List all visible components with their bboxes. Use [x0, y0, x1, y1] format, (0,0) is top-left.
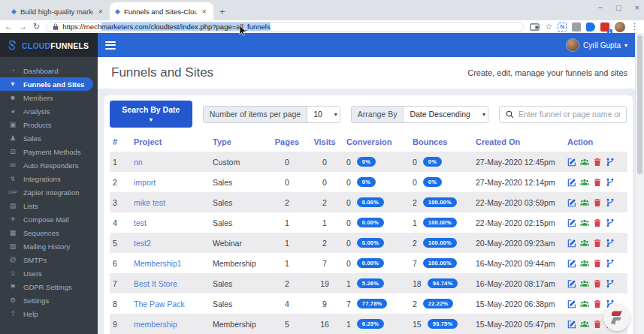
- items-per-page-label: Number of items per page: [204, 107, 307, 122]
- project-link[interactable]: Best It Store: [134, 279, 177, 288]
- search-icon: [506, 110, 514, 119]
- sidebar-item-sales[interactable]: ♟Sales: [0, 131, 98, 145]
- extension-blue-icon[interactable]: [586, 23, 595, 32]
- branch-icon[interactable]: [606, 218, 615, 227]
- members-icon[interactable]: [580, 158, 589, 167]
- branch-icon[interactable]: [606, 259, 615, 268]
- delete-icon[interactable]: [593, 198, 602, 207]
- sidebar-item-zapier-integration[interactable]: ZAPZapier Integration: [0, 185, 98, 199]
- project-type: Sales: [210, 293, 268, 314]
- edit-icon[interactable]: [567, 259, 576, 268]
- url-field[interactable]: https://mechmarketers.com/cloudtest/inde…: [46, 22, 524, 32]
- edit-icon[interactable]: [567, 158, 576, 167]
- back-icon[interactable]: ←: [5, 23, 13, 31]
- project-link[interactable]: membership: [134, 320, 177, 329]
- close-tab-icon[interactable]: ×: [97, 7, 104, 16]
- table-row: 8The Paw PackSales49777.78%222.22%15-May…: [110, 293, 627, 314]
- column-header-bounces: Bounces: [410, 133, 473, 152]
- extension-red-icon[interactable]: 1: [600, 23, 609, 32]
- browser-profile-avatar[interactable]: [615, 22, 625, 32]
- branch-icon[interactable]: [606, 198, 615, 207]
- edit-icon[interactable]: [567, 178, 576, 187]
- sidebar-item-mailing-history[interactable]: ▧Mailing History: [0, 239, 98, 253]
- edit-icon[interactable]: [567, 279, 576, 288]
- pie-chart-icon: ◕: [8, 107, 17, 115]
- sidebar-item-integrations[interactable]: ↯Integrations: [0, 172, 98, 185]
- cast-icon[interactable]: [530, 23, 540, 31]
- sidebar-item-analysis[interactable]: ◕Analysis: [0, 104, 98, 118]
- members-icon[interactable]: [580, 279, 589, 288]
- delete-icon[interactable]: [593, 178, 602, 187]
- extension-gray-icon[interactable]: [572, 23, 581, 32]
- page-scrollbar[interactable]: [635, 33, 644, 334]
- sidebar-item-payment-methods[interactable]: ⊟Payment Methods: [0, 145, 98, 158]
- forward-icon[interactable]: →: [19, 23, 27, 31]
- new-tab-button[interactable]: +: [219, 6, 225, 17]
- delete-icon[interactable]: [593, 299, 602, 308]
- project-link[interactable]: test2: [134, 239, 151, 248]
- branch-icon[interactable]: [606, 158, 615, 167]
- sidebar-item-gdpr-settings[interactable]: ⚑GDPR Settings: [0, 280, 98, 293]
- arrange-by-select[interactable]: Date Descending▾: [404, 107, 488, 122]
- sidebar-item-products[interactable]: ▣Products: [0, 118, 98, 131]
- delete-icon[interactable]: [593, 239, 602, 248]
- conversion-badge: 6.25%: [357, 319, 384, 329]
- branch-icon[interactable]: [606, 178, 615, 187]
- sidebar-item-help[interactable]: ?Help: [0, 307, 98, 320]
- delete-icon[interactable]: [593, 259, 602, 268]
- delete-icon[interactable]: [593, 218, 602, 227]
- search-by-date-button[interactable]: Search By Date ▾: [110, 101, 192, 128]
- browser-tab-inactive[interactable]: ◆ Build high-quality marketing fun ×: [6, 2, 110, 20]
- project-link[interactable]: The Paw Pack: [134, 299, 185, 308]
- browser-tab-active[interactable]: ◆ Funnels and Sites-CloudFunnels ×: [110, 2, 213, 20]
- members-icon[interactable]: [580, 178, 589, 187]
- members-icon[interactable]: [580, 299, 589, 308]
- project-link[interactable]: Membership1: [134, 259, 182, 268]
- browser-menu-kebab-icon[interactable]: ⋮: [630, 23, 639, 31]
- sidebar-item-users[interactable]: ☺Users: [0, 266, 98, 280]
- edit-icon[interactable]: [567, 239, 576, 248]
- close-tab-icon[interactable]: ×: [201, 7, 208, 16]
- members-icon[interactable]: [580, 218, 589, 227]
- close-window-icon[interactable]: ×: [635, 3, 639, 12]
- branch-icon[interactable]: [606, 239, 615, 248]
- edit-icon[interactable]: [567, 299, 576, 308]
- sidebar-item-lists[interactable]: ▤Lists: [0, 199, 98, 212]
- reload-icon[interactable]: ↻: [33, 23, 40, 31]
- maximize-icon[interactable]: □: [616, 3, 621, 12]
- members-icon[interactable]: [580, 259, 589, 268]
- delete-icon[interactable]: [593, 279, 602, 288]
- sidebar-item-sequences[interactable]: ▦Sequences: [0, 226, 98, 239]
- sidebar-item-compose-mail[interactable]: ✈Compose Mail: [0, 212, 98, 226]
- extension-n-icon[interactable]: N: [558, 23, 567, 32]
- branch-icon[interactable]: [606, 279, 615, 288]
- created-on: 16-May-2020 08:17am: [473, 273, 564, 293]
- user-menu[interactable]: Cyril Gupta ▾: [566, 38, 627, 52]
- delete-icon[interactable]: [593, 158, 602, 167]
- edit-icon[interactable]: [567, 320, 576, 329]
- sidebar-item-auto-responders[interactable]: ✉Auto Responders: [0, 158, 98, 172]
- project-link[interactable]: nn: [134, 158, 143, 167]
- project-link[interactable]: test: [134, 218, 147, 227]
- bookmark-star-icon[interactable]: ☆: [545, 23, 552, 31]
- sidebar-item-funnels-and-sites[interactable]: ▼Funnels and Sites: [0, 77, 93, 91]
- conversion-count: 0: [346, 259, 351, 268]
- edit-icon[interactable]: [567, 198, 576, 207]
- members-icon[interactable]: [580, 320, 589, 329]
- scrollbar-thumb[interactable]: [637, 35, 642, 174]
- sidebar-item-members[interactable]: ☻Members: [0, 91, 98, 104]
- search-input[interactable]: [519, 110, 620, 119]
- members-icon[interactable]: [580, 239, 589, 248]
- sidebar-item-smtps[interactable]: @SMTPs: [0, 253, 98, 266]
- sidebar-item-dashboard[interactable]: ◔Dashboard: [0, 64, 98, 77]
- items-per-page-select[interactable]: 10▾: [307, 107, 340, 122]
- minimize-icon[interactable]: −: [597, 3, 602, 12]
- conversion-count: 1: [346, 279, 351, 288]
- edit-icon[interactable]: [567, 218, 576, 227]
- project-link[interactable]: mike test: [134, 198, 165, 207]
- project-link[interactable]: import: [134, 178, 156, 187]
- sidebar-item-settings[interactable]: ⚙Settings: [0, 293, 98, 307]
- delete-icon[interactable]: [593, 320, 602, 329]
- members-icon[interactable]: [580, 198, 589, 207]
- hamburger-menu-icon[interactable]: [105, 39, 116, 51]
